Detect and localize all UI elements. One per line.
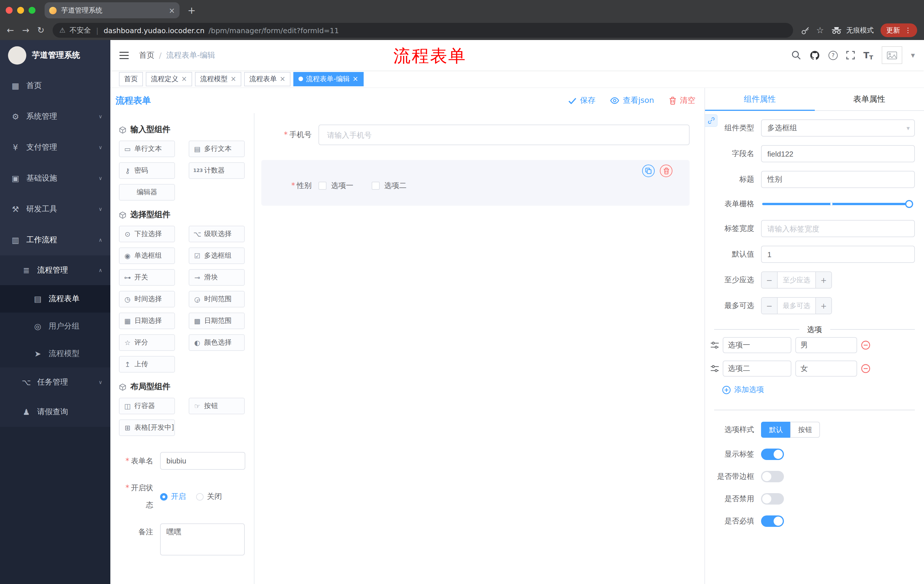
palette-item-row-container[interactable]: ◫行容器 [119,398,175,414]
security-warning-icon[interactable]: ⚠ [59,26,66,34]
clear-button[interactable]: 清空 [669,95,695,106]
option-value-input[interactable] [795,337,857,353]
delete-field-button[interactable] [660,165,672,177]
tag-process-model[interactable]: 流程模型 × [195,72,241,86]
remove-option-icon[interactable] [861,364,870,373]
canvas-field-gender-selected[interactable]: *性别 选项一 选项二 [261,160,690,206]
default-value-input[interactable] [761,246,915,263]
palette-item-editor[interactable]: 编辑器 [119,184,175,201]
style-default-button[interactable]: 默认 [761,422,790,438]
menu-kebab-icon[interactable]: ⋮ [904,26,911,34]
bookmark-star-icon[interactable]: ☆ [816,25,824,35]
palette-item-dropdown[interactable]: ⊙下拉选择 [119,226,175,242]
checkbox-option-1[interactable]: 选项一 [318,181,353,191]
palette-item-time-picker[interactable]: ◷时间选择 [119,291,175,308]
component-type-select[interactable]: 多选框组▾ [761,119,915,137]
palette-item-rate[interactable]: ☆评分 [119,334,175,351]
form-name-input[interactable] [160,452,245,470]
plus-icon[interactable]: + [815,272,832,288]
close-icon[interactable]: × [231,75,236,83]
sidebar-item-user-group[interactable]: ◎ 用户分组 [0,313,111,340]
help-icon[interactable]: ? [828,51,838,60]
tag-process-form[interactable]: 流程表单 × [244,72,290,86]
breadcrumb-home[interactable]: 首页 [139,50,154,60]
view-json-button[interactable]: 查看json [610,95,654,106]
tab-form-props[interactable]: 表单属性 [815,88,924,110]
copy-field-button[interactable] [642,165,655,177]
maximize-window-button[interactable] [29,7,35,14]
search-icon[interactable] [791,50,801,60]
sidebar-item-devtools[interactable]: ⚒ 研发工具 ∨ [0,194,111,225]
close-window-button[interactable] [6,7,13,14]
disabled-toggle[interactable] [761,493,784,505]
form-canvas[interactable]: *手机号 [254,113,705,584]
phone-input[interactable] [318,125,690,145]
palette-item-checkbox-group[interactable]: ☑多选框组 [189,247,245,264]
browser-tab[interactable]: 芋道管理系统 × [45,2,180,18]
avatar[interactable] [882,46,902,64]
sidebar-item-home[interactable]: ▦ 首页 [0,70,111,101]
style-button-button[interactable]: 按钮 [790,422,820,438]
option-label-input[interactable] [723,337,791,353]
update-button[interactable]: 更新 ⋮ [881,23,917,37]
minimize-window-button[interactable] [17,7,24,14]
incognito-profile[interactable]: 无痕模式 [831,25,874,35]
drag-handle-icon[interactable] [711,342,719,349]
sidebar-item-system[interactable]: ⚙ 系统管理 ∨ [0,101,111,132]
url-field[interactable]: ⚠ 不安全 | dashboard.yudao.iocoder.cn/bpm/m… [52,23,793,38]
palette-item-slider[interactable]: ⊸滑块 [189,269,245,286]
option-value-input[interactable] [795,360,857,377]
checkbox-option-2[interactable]: 选项二 [372,181,406,191]
drag-handle-icon[interactable] [711,365,719,372]
save-button[interactable]: 保存 [569,95,596,106]
github-icon[interactable] [810,50,820,60]
palette-item-password[interactable]: ⚷密码 [119,162,175,179]
palette-item-radio-group[interactable]: ◉单选框组 [119,247,175,264]
palette-item-date-range[interactable]: ▩日期范围 [189,313,245,329]
reload-icon[interactable]: ↻ [37,26,44,35]
plus-icon[interactable]: + [815,298,832,314]
tag-home[interactable]: 首页 [119,72,143,86]
sidebar-item-leave-query[interactable]: ♟ 请假查询 [0,397,111,427]
sidebar-item-process-form[interactable]: ▤ 流程表单 [0,285,111,313]
remark-textarea[interactable]: 嘿嘿 [160,523,245,555]
required-toggle[interactable] [761,515,784,527]
title-input[interactable] [761,171,915,188]
canvas-field-phone[interactable]: *手机号 [261,125,690,145]
palette-item-upload[interactable]: ↥上传 [119,356,175,373]
palette-item-multi-line-text[interactable]: ▤多行文本 [189,141,245,157]
forward-icon[interactable]: → [22,26,29,35]
sidebar-item-task-management[interactable]: ⌥ 任务管理 ∨ [0,367,111,397]
radio-closed[interactable]: 关闭 [196,492,222,502]
palette-item-time-range[interactable]: ◶时间范围 [189,291,245,308]
back-icon[interactable]: ← [7,26,14,35]
sidebar-item-payment[interactable]: ¥ 支付管理 ∨ [0,132,111,163]
key-icon[interactable] [801,26,809,35]
minus-icon[interactable]: − [762,298,778,314]
collapse-sidebar-icon[interactable] [119,51,129,59]
tab-close-icon[interactable]: × [169,6,175,15]
sidebar-item-process-model[interactable]: ➤ 流程模型 [0,340,111,367]
caret-down-icon[interactable]: ▼ [911,52,915,58]
slider-knob[interactable] [905,200,913,208]
tag-process-form-edit[interactable]: 流程表单-编辑 × [293,72,363,86]
radio-open[interactable]: 开启 [160,492,186,502]
close-icon[interactable]: × [181,75,187,83]
add-option-button[interactable]: 添加选项 [722,385,924,395]
font-size-icon[interactable]: TT [863,50,873,60]
tag-process-definition[interactable]: 流程定义 × [146,72,192,86]
option-label-input[interactable] [723,360,791,377]
minus-icon[interactable]: − [762,272,778,288]
palette-item-color-picker[interactable]: ◐颜色选择 [189,334,245,351]
new-tab-button[interactable]: + [188,5,196,16]
link-icon[interactable] [705,114,718,127]
grid-slider[interactable] [762,203,909,205]
sidebar-item-workflow[interactable]: ▥ 工作流程 ∧ [0,225,111,255]
border-toggle[interactable] [761,471,784,482]
palette-item-single-line-text[interactable]: ▭单行文本 [119,141,175,157]
sidebar-logo[interactable]: 芋道管理系统 [0,40,111,70]
label-width-input[interactable] [761,220,915,237]
palette-item-button[interactable]: ☞按钮 [189,398,245,414]
palette-item-counter[interactable]: 123计数器 [189,162,245,179]
remove-option-icon[interactable] [861,341,870,350]
